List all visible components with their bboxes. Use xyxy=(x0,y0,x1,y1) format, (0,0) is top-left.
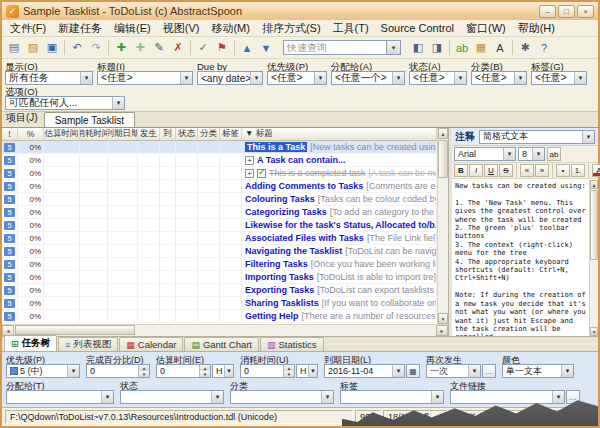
spinner-buttons[interactable]: ▴▾ xyxy=(199,365,210,377)
delete-task-button[interactable]: ✗ xyxy=(169,39,187,57)
new-subtask-button[interactable]: ✚ xyxy=(131,39,149,57)
scroll-thumb[interactable] xyxy=(15,325,135,335)
maximize-comments-button[interactable]: ◨ xyxy=(428,39,446,57)
spellcheck-button[interactable]: ab xyxy=(453,39,471,57)
task-row[interactable]: 50%Associated Files with Tasks[The File … xyxy=(2,232,437,245)
due-date-picker[interactable]: 2016-11-04▾ xyxy=(324,364,405,378)
project-tab-sample-tasklist[interactable]: Sample Tasklist xyxy=(44,112,135,127)
scroll-thumb[interactable] xyxy=(438,140,448,178)
new-tasklist-button[interactable]: ▤ xyxy=(5,39,23,57)
task-row[interactable]: 50%Getting Help[There are a number of re… xyxy=(2,310,437,323)
time-spent-spin[interactable]: 0▴▾ xyxy=(240,364,295,378)
preferences-button[interactable]: ✱ xyxy=(516,39,534,57)
menu-item[interactable]: 编辑(E) xyxy=(108,20,157,37)
redo-button[interactable]: ↷ xyxy=(87,39,105,57)
time-estimate-spin-unit[interactable]: H▾ xyxy=(212,364,234,378)
column-header-3[interactable]: 消耗时间 xyxy=(80,128,108,140)
column-header-0[interactable]: ! xyxy=(2,128,18,140)
scroll-thumb[interactable] xyxy=(590,190,598,260)
font-name-combo[interactable]: Arial ▾ xyxy=(454,147,516,161)
recurrence-combo[interactable]: 一次▾ xyxy=(426,364,481,378)
numbered-list-button[interactable]: 1. xyxy=(571,164,585,177)
complete-task-button[interactable]: ✓ xyxy=(194,39,212,57)
filter-category[interactable]: <任意>▾ xyxy=(471,71,527,85)
task-row[interactable]: 50%This is a Task[New tasks can be creat… xyxy=(2,141,437,154)
task-row[interactable]: 50%Filtering Tasks[Once you have been wo… xyxy=(2,258,437,271)
scroll-track[interactable] xyxy=(590,189,598,327)
task-row[interactable]: 50%Exporting Tasks[ToDoList can export t… xyxy=(2,284,437,297)
comments-scrollbar[interactable]: ▲ ▼ xyxy=(589,180,598,336)
title-bar[interactable]: ✓ Sample Tasklist - ToDoList (c) Abstrac… xyxy=(2,2,598,20)
column-header-10[interactable]: ▼ 标题 xyxy=(242,128,437,140)
column-header-7[interactable]: 状态 xyxy=(176,128,198,140)
expand-icon[interactable]: + xyxy=(245,169,254,178)
menu-item[interactable]: 帮助(H) xyxy=(512,20,561,37)
spinner-buttons[interactable]: ▴▾ xyxy=(138,365,149,377)
task-list-hscrollbar[interactable]: ◄ ► xyxy=(2,324,448,336)
task-row[interactable]: 50%Likewise for the task's Status, Alloc… xyxy=(2,219,437,232)
time-estimate-spin[interactable]: 0▴▾ xyxy=(156,364,211,378)
open-tasklist-button[interactable]: ▨ xyxy=(24,39,42,57)
bullet-list-button[interactable]: • xyxy=(556,164,570,177)
font-color-button[interactable]: A xyxy=(592,164,600,177)
color-picker-button[interactable]: ▦ xyxy=(472,39,490,57)
options-combo[interactable]: 可匹配任何人... ▾ xyxy=(5,96,125,110)
quick-find-input[interactable] xyxy=(283,40,387,55)
task-row[interactable]: 50%Importing Tasks[ToDoList is able to i… xyxy=(2,271,437,284)
font-size-combo[interactable]: 8 ▾ xyxy=(518,147,545,161)
calendar-icon[interactable]: ▦ xyxy=(406,364,420,378)
filter-tag[interactable]: <任意>▾ xyxy=(531,71,587,85)
filter-status[interactable]: <任意>▾ xyxy=(409,71,467,85)
column-header-1[interactable]: % xyxy=(18,128,44,140)
percent-done-spin[interactable]: 0▴▾ xyxy=(86,364,150,378)
italic-button[interactable]: I xyxy=(469,164,483,177)
filter-show[interactable]: 所有任务▾ xyxy=(5,71,93,85)
scroll-up-icon[interactable]: ▲ xyxy=(590,180,598,189)
scroll-down-icon[interactable]: ▼ xyxy=(590,327,598,336)
menu-item[interactable]: 排序方式(S) xyxy=(256,20,327,37)
underline-button[interactable]: U xyxy=(484,164,498,177)
task-row[interactable]: 50%Categorizing Tasks[To add an category… xyxy=(2,206,437,219)
spinner-buttons[interactable]: ▴▾ xyxy=(283,365,294,377)
undo-button[interactable]: ↶ xyxy=(68,39,86,57)
filter-priority[interactable]: <任意>▾ xyxy=(267,71,327,85)
filter-title[interactable]: <任意>▾ xyxy=(97,71,193,85)
category-combo[interactable]: ▾ xyxy=(230,390,334,404)
task-row[interactable]: 50%+✓This is a completed task[A task can… xyxy=(2,167,437,180)
menu-item[interactable]: 视图(V) xyxy=(157,20,206,37)
minimize-button[interactable]: – xyxy=(539,5,556,18)
comments-format-combo[interactable]: 简格式文本 ▾ xyxy=(479,130,595,144)
filter-dueby[interactable]: <any date>▾ xyxy=(197,71,263,85)
color-combo[interactable]: 单一文本▾ xyxy=(502,364,574,378)
outdent-button[interactable]: « xyxy=(520,164,534,177)
column-header-2[interactable]: 估算时间 xyxy=(44,128,80,140)
column-header-4[interactable]: 到期日期 xyxy=(108,128,138,140)
menu-item[interactable]: Source Control xyxy=(375,21,460,35)
move-task-up-button[interactable]: ▲ xyxy=(238,39,256,57)
help-button[interactable]: ? xyxy=(535,39,553,57)
task-row[interactable]: 50%+A Task can contain... xyxy=(2,154,437,167)
chevron-down-icon[interactable]: ▾ xyxy=(387,40,401,55)
column-header-5[interactable]: 发生 xyxy=(138,128,160,140)
status-combo[interactable]: ▾ xyxy=(120,390,224,404)
strikethrough-button[interactable]: S xyxy=(499,164,513,177)
comment-text[interactable]: New tasks can be created using: 1. The '… xyxy=(452,180,589,336)
tab-gantt-chart[interactable]: ▤Gantt Chart xyxy=(184,337,259,351)
save-tasklist-button[interactable]: ▣ xyxy=(43,39,61,57)
menu-item[interactable]: 窗口(W) xyxy=(460,20,512,37)
bold-button[interactable]: B xyxy=(454,164,468,177)
recurrence-combo-browse-button[interactable]: … xyxy=(482,364,496,378)
scroll-right-icon[interactable]: ► xyxy=(436,325,448,336)
column-header-8[interactable]: 分类 xyxy=(198,128,220,140)
maximize-tasklist-button[interactable]: ◧ xyxy=(409,39,427,57)
task-list-vscrollbar[interactable]: ▲ ▼ xyxy=(437,128,448,324)
file-link-combo[interactable]: ▾ xyxy=(450,390,565,404)
scroll-track[interactable] xyxy=(14,325,436,336)
menu-item[interactable]: 文件(F) xyxy=(4,20,52,37)
indent-button[interactable]: » xyxy=(535,164,549,177)
flag-task-button[interactable]: ⚑ xyxy=(213,39,231,57)
font-button[interactable]: A xyxy=(491,39,509,57)
filter-allocto[interactable]: <任意一个>▾ xyxy=(331,71,405,85)
case-button[interactable]: ab xyxy=(547,147,561,161)
tags-combo[interactable]: ▾ xyxy=(340,390,444,404)
